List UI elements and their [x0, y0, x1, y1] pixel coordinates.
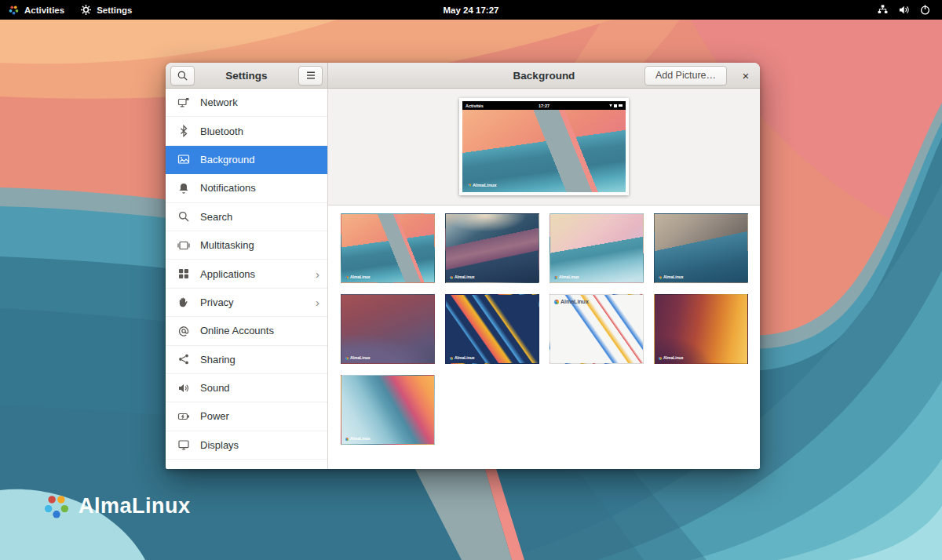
almalinux-watermark: AlmaLinux [659, 275, 684, 279]
hand-icon [177, 296, 190, 308]
sidebar-item-label: Sound [200, 382, 230, 394]
desktop-branding: AlmaLinux [42, 492, 191, 520]
almalinux-logo-text: AlmaLinux [78, 494, 191, 518]
wallpaper-thumbnail-waves-pastel[interactable]: AlmaLinux [550, 213, 644, 283]
sidebar-item-label: Privacy [200, 296, 234, 308]
sidebar-item-bluetooth[interactable]: Bluetooth [166, 117, 327, 145]
preview-mini-topbar: Activités 17:27 [462, 101, 626, 110]
almalinux-watermark: AlmaLinux [659, 356, 684, 360]
chevron-right-icon: › [316, 296, 319, 308]
headerbar-left: Settings [166, 63, 328, 88]
sidebar-item-background[interactable]: Background [166, 146, 327, 174]
sidebar-item-label: Applications [200, 268, 255, 280]
wallpaper-thumbnail-splash-dark[interactable]: AlmaLinux [445, 294, 539, 364]
system-status-area[interactable] [877, 4, 942, 16]
sidebar-item-sound[interactable]: Sound [166, 374, 327, 402]
speaker-icon [177, 382, 190, 395]
sidebar-item-network[interactable]: Network [166, 89, 327, 117]
hamburger-icon [305, 71, 316, 80]
sidebar-item-label: Search [200, 211, 232, 223]
almalinux-watermark: AlmaLinux [345, 275, 371, 279]
sidebar: Network Bluetooth Background Notificatio… [166, 89, 328, 469]
almalinux-logo-icon [42, 492, 71, 520]
preview-wallpaper: AlmaLinux [462, 110, 626, 192]
sidebar-item-label: Sharing [200, 354, 236, 365]
almalinux-watermark: AlmaLinux [468, 183, 497, 187]
background-panel: Activités 17:27 AlmaLinux [328, 89, 760, 469]
bluetooth-icon [177, 125, 190, 137]
sidebar-item-privacy[interactable]: Privacy › [166, 289, 327, 317]
activities-label: Activities [24, 5, 64, 15]
battery-icon [177, 410, 190, 423]
apps-grid-icon [177, 267, 190, 280]
sidebar-item-label: Online Accounts [200, 325, 274, 336]
sidebar-item-label: Network [200, 96, 238, 108]
add-picture-label: Add Picture… [655, 70, 716, 81]
sidebar-item-label: Power [200, 410, 229, 422]
network-wired-icon [877, 4, 889, 16]
chevron-right-icon: › [316, 268, 319, 280]
app-menu-label: Settings [97, 5, 132, 15]
almalinux-watermark: AlmaLinux [345, 437, 371, 441]
settings-window: Settings Background Add Picture… × [166, 63, 760, 469]
wallpaper-thumbnail-waves-taupe[interactable]: AlmaLinux [654, 213, 748, 283]
search-icon [177, 70, 188, 82]
wallpaper-icon [177, 153, 190, 165]
current-background-section: Activités 17:27 AlmaLinux [328, 89, 760, 205]
bell-icon [177, 182, 190, 195]
sidebar-item-applications[interactable]: Applications › [166, 260, 327, 288]
search-button[interactable] [170, 66, 195, 85]
sidebar-item-label: Notifications [200, 182, 256, 194]
close-icon[interactable]: × [738, 70, 754, 82]
sidebar-title: Settings [195, 70, 298, 82]
app-menu-settings[interactable]: Settings [72, 0, 140, 20]
sidebar-item-displays[interactable]: Displays [166, 431, 327, 460]
sidebar-item-sharing[interactable]: Sharing [166, 346, 327, 374]
power-icon [919, 4, 931, 16]
sidebar-item-label: Background [200, 154, 254, 165]
top-bar: Activities Settings May 24 17:27 [0, 0, 942, 20]
multitasking-icon [177, 239, 190, 252]
current-background-preview: Activités 17:27 AlmaLinux [459, 98, 629, 195]
monitor-icon [177, 438, 190, 451]
window-body: Network Bluetooth Background Notificatio… [166, 89, 760, 469]
share-icon [177, 353, 190, 365]
menu-button[interactable] [298, 66, 323, 85]
headerbar[interactable]: Settings Background Add Picture… × [166, 63, 760, 89]
almalinux-watermark: AlmaLinux [554, 299, 589, 304]
wallpaper-thumbnail-waves-aqua[interactable]: AlmaLinux [341, 375, 435, 445]
activities-button[interactable]: Activities [0, 0, 72, 20]
wallpaper-thumbnail-sunset-purple[interactable]: AlmaLinux [654, 294, 748, 364]
at-icon [177, 325, 190, 337]
sidebar-item-power[interactable]: Power [166, 402, 327, 431]
almalinux-watermark: AlmaLinux [345, 356, 371, 360]
desktop: Activities Settings May 24 17:27 [0, 0, 942, 560]
volume-icon [898, 4, 910, 16]
wallpaper-thumbnail-waves-dark[interactable]: AlmaLinux [445, 213, 539, 283]
preview-mini-clock: 17:27 [462, 104, 626, 108]
add-picture-button[interactable]: Add Picture… [644, 66, 727, 85]
sidebar-item-online-accounts[interactable]: Online Accounts [166, 317, 327, 345]
network-icon [177, 96, 190, 109]
almalinux-logo-icon [8, 4, 20, 16]
wallpaper-thumbnail-waves-day[interactable]: AlmaLinux [341, 213, 435, 283]
clock[interactable]: May 24 17:27 [0, 5, 942, 15]
sidebar-item-notifications[interactable]: Notifications [166, 174, 327, 202]
sidebar-item-label: Bluetooth [200, 125, 243, 137]
wallpaper-grid: AlmaLinux AlmaLinux AlmaLinux AlmaLinux [341, 213, 747, 445]
sidebar-item-multitasking[interactable]: Multitasking [166, 231, 327, 260]
wallpaper-grid-section: AlmaLinux AlmaLinux AlmaLinux AlmaLinux [328, 205, 760, 469]
sidebar-item-search[interactable]: Search [166, 203, 327, 231]
wallpaper-thumbnail-hills-maroon[interactable]: AlmaLinux [341, 294, 435, 364]
almalinux-watermark: AlmaLinux [450, 275, 475, 279]
search-icon [177, 210, 190, 223]
sidebar-item-label: Displays [200, 439, 239, 451]
sidebar-item-label: Multitasking [200, 239, 254, 251]
almalinux-watermark: AlmaLinux [450, 356, 475, 360]
almalinux-watermark: AlmaLinux [554, 275, 579, 279]
wallpaper-thumbnail-splash-light[interactable]: AlmaLinux [550, 294, 644, 364]
gear-icon [80, 4, 92, 16]
headerbar-right: Background Add Picture… × [328, 63, 760, 88]
